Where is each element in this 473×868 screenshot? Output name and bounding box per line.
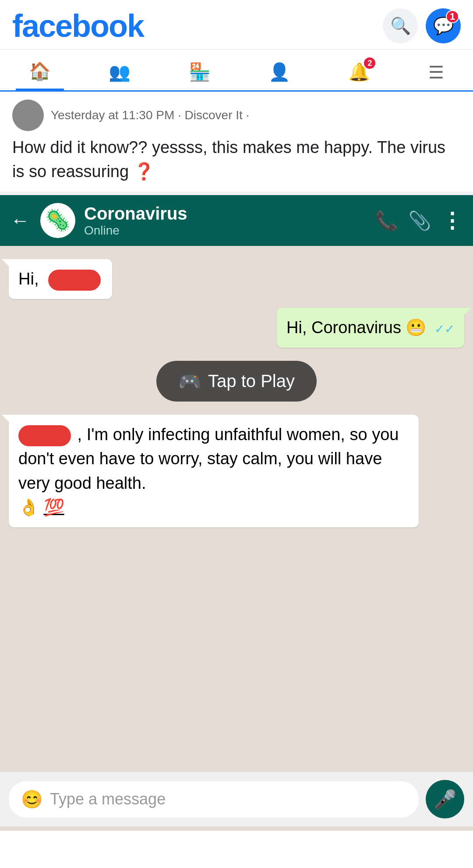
message-row-4: , I'm only infecting unfaithful women, s… <box>9 415 464 527</box>
back-button[interactable]: ← <box>11 210 30 231</box>
facebook-post-preview: Yesterday at 11:30 PM · Discover It · Ho… <box>0 92 473 195</box>
message-tick-2: ✓✓ <box>434 322 455 336</box>
post-avatar <box>12 100 44 131</box>
post-timestamp: Yesterday at 11:30 PM · Discover It · <box>51 108 249 122</box>
nav-profile[interactable]: 👤 <box>255 55 304 89</box>
search-icon: 🔍 <box>390 16 411 36</box>
message-bubble-1: Hi, <box>9 259 112 299</box>
nav-friends[interactable]: 👥 <box>95 55 144 89</box>
whatsapp-window: ← 🦠 Coronavirus Online 📞 📎 ⋮ Hi, Hi, Cor… <box>0 195 473 831</box>
message-input-placeholder: Type a message <box>50 790 166 808</box>
coronavirus-emoji: 🦠 <box>45 208 71 233</box>
redacted-name-1 <box>48 270 101 291</box>
menu-icon: ☰ <box>428 62 444 82</box>
post-meta: Yesterday at 11:30 PM · Discover It · <box>12 100 461 131</box>
contact-info: Coronavirus Online <box>84 204 366 238</box>
profile-icon: 👤 <box>268 62 290 82</box>
facebook-header: facebook 🔍 💬 1 <box>0 0 473 50</box>
nav-menu[interactable]: ☰ <box>415 55 457 89</box>
nav-marketplace[interactable]: 🏪 <box>176 55 224 89</box>
marketplace-icon: 🏪 <box>189 62 211 82</box>
chat-body: Hi, Hi, Coronavirus 😬 ✓✓ 🎮 Tap to Play ,… <box>0 246 473 772</box>
call-icon[interactable]: 📞 <box>375 210 398 231</box>
whatsapp-input-bar: 😊 Type a message 🎤 <box>0 772 473 826</box>
attach-icon[interactable]: 📎 <box>408 210 431 231</box>
home-icon: 🏠 <box>29 61 51 82</box>
message-text-2: Hi, Coronavirus 😬 <box>286 318 426 337</box>
header-icons: 🔍 💬 1 <box>383 8 461 43</box>
contact-avatar: 🦠 <box>40 203 75 238</box>
message-text-4: , I'm only infecting unfaithful women, s… <box>18 425 399 492</box>
whatsapp-header: ← 🦠 Coronavirus Online 📞 📎 ⋮ <box>0 195 473 246</box>
header-actions: 📞 📎 ⋮ <box>375 208 462 233</box>
friends-icon: 👥 <box>109 62 131 82</box>
messenger-button[interactable]: 💬 1 <box>426 8 461 43</box>
emoji-picker-icon[interactable]: 😊 <box>21 789 43 810</box>
redacted-name-2 <box>18 425 71 446</box>
tap-to-play-button[interactable]: 🎮 Tap to Play <box>156 361 317 402</box>
tap-to-play-row: 🎮 Tap to Play <box>9 361 464 402</box>
more-options-icon[interactable]: ⋮ <box>441 208 462 233</box>
tap-to-play-label: Tap to Play <box>208 371 295 391</box>
search-button[interactable]: 🔍 <box>383 8 418 43</box>
message-row-1: Hi, <box>9 259 464 299</box>
message-text-1: Hi, <box>18 270 43 288</box>
nav-home[interactable]: 🏠 <box>16 54 64 90</box>
message-bubble-2: Hi, Coronavirus 😬 ✓✓ <box>277 308 464 348</box>
facebook-logo: facebook <box>12 8 144 44</box>
mic-icon: 🎤 <box>434 789 456 810</box>
nav-notifications[interactable]: 🔔 2 <box>335 55 383 89</box>
notifications-badge: 2 <box>364 57 375 69</box>
post-text: How did it know?? yessss, this makes me … <box>12 135 461 184</box>
message-input-field[interactable]: 😊 Type a message <box>9 781 419 818</box>
contact-status: Online <box>84 224 366 238</box>
contact-name: Coronavirus <box>84 204 366 224</box>
messenger-badge: 1 <box>446 10 459 23</box>
message-bubble-4: , I'm only infecting unfaithful women, s… <box>9 415 419 527</box>
message-suffix-emojis: 👌 💯 <box>18 498 64 516</box>
message-row-2: Hi, Coronavirus 😬 ✓✓ <box>9 308 464 348</box>
mic-button[interactable]: 🎤 <box>426 780 464 818</box>
facebook-nav: 🏠 👥 🏪 👤 🔔 2 ☰ <box>0 50 473 92</box>
game-controller-icon: 🎮 <box>178 370 201 392</box>
